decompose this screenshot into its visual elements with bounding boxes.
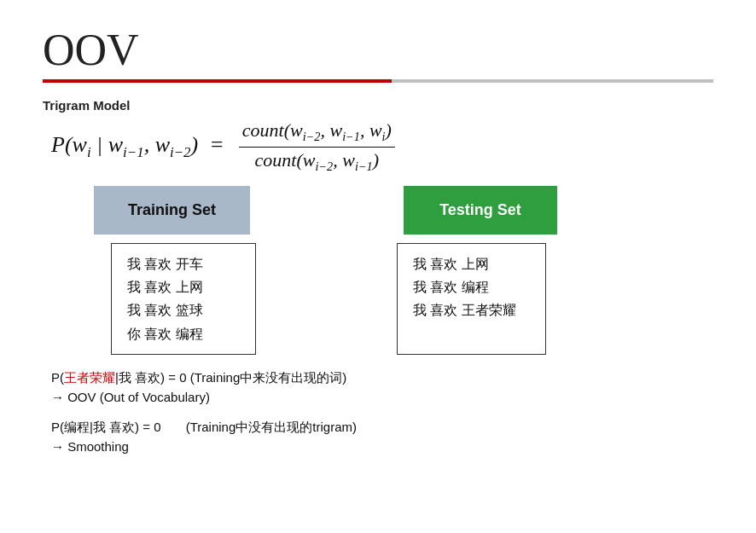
section-label: Trigram Model <box>43 98 713 113</box>
explanation-line-1: P(王者荣耀|我 喜欢) = 0 (Training中来没有出现的词) <box>51 367 713 389</box>
formula: P(wi | wi−1, wi−2) = count(wi−2, wi−1, w… <box>51 119 398 174</box>
arrow-line-1: → OOV (Out of Vocabulary) <box>51 388 713 408</box>
highlight-oov: 王者荣耀 <box>64 370 115 385</box>
training-set-box: Training Set <box>94 186 250 235</box>
slide-title: OOV <box>43 26 713 74</box>
title-underline <box>43 79 713 83</box>
formula-row: P(wi | wi−1, wi−2) = count(wi−2, wi−1, w… <box>51 119 713 174</box>
explanation-section-1: P(王者荣耀|我 喜欢) = 0 (Training中来没有出现的词) → OO… <box>51 367 713 408</box>
explanation-line-2: P(编程|我 喜欢) = 0 (Training中没有出现的trigram) <box>51 416 713 438</box>
arrow-line-2: → Smoothing <box>51 437 713 457</box>
slide-container: OOV Trigram Model P(wi | wi−1, wi−2) = c… <box>0 0 756 533</box>
explanation-section-2: P(编程|我 喜欢) = 0 (Training中没有出现的trigram) →… <box>51 416 713 457</box>
data-row: 我 喜欢 开车 我 喜欢 上网 我 喜欢 篮球 你 喜欢 编程 我 喜欢 上网 … <box>43 243 713 355</box>
underline-red <box>43 79 392 83</box>
training-data-box: 我 喜欢 开车 我 喜欢 上网 我 喜欢 篮球 你 喜欢 编程 <box>111 243 256 355</box>
underline-gray <box>392 79 713 83</box>
title-area: OOV <box>43 26 713 83</box>
testing-data-box: 我 喜欢 上网 我 喜欢 编程 我 喜欢 王者荣耀 <box>397 243 546 355</box>
sets-row: Training Set Testing Set <box>43 186 713 235</box>
testing-set-box: Testing Set <box>404 186 557 235</box>
